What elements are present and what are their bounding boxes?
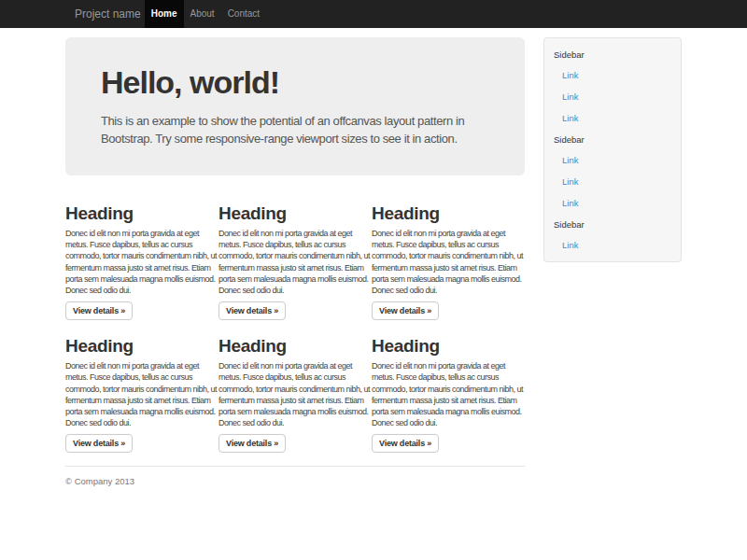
sidebar-link[interactable]: Link (554, 107, 673, 129)
footer: © Company 2013 (65, 476, 525, 486)
card-heading: Heading (372, 336, 525, 356)
page-container: Hello, world! This is an example to show… (65, 28, 682, 486)
sidebar: SidebarLinkLinkLinkSidebarLinkLinkLinkSi… (543, 37, 682, 262)
card-body-text: Donec id elit non mi porta gravida at eg… (65, 360, 218, 428)
jumbotron: Hello, world! This is an example to show… (65, 37, 525, 175)
main-row: Hello, world! This is an example to show… (65, 28, 682, 486)
navbar-brand[interactable]: Project name (65, 0, 145, 28)
content-card: HeadingDonec id elit non mi porta gravid… (218, 336, 372, 453)
sidebar-link[interactable]: Link (554, 149, 673, 171)
view-details-button[interactable]: View details » (65, 301, 133, 320)
card-body-text: Donec id elit non mi porta gravida at eg… (372, 360, 525, 428)
sidebar-heading: Sidebar (554, 44, 673, 64)
cards-grid: HeadingDonec id elit non mi porta gravid… (65, 203, 525, 453)
content-card: HeadingDonec id elit non mi porta gravid… (372, 336, 525, 453)
navbar-inner: Project name HomeAboutContact (65, 0, 682, 28)
nav-item-wrap: About (184, 0, 221, 28)
nav-item-wrap: Home (145, 0, 184, 28)
sidebar-group: SidebarLinkLinkLink (554, 129, 673, 214)
main-content: Hello, world! This is an example to show… (65, 28, 525, 486)
content-card: HeadingDonec id elit non mi porta gravid… (218, 203, 372, 320)
jumbotron-description: This is an example to show the potential… (101, 112, 489, 147)
nav-item-about[interactable]: About (184, 0, 221, 28)
navbar: Project name HomeAboutContact (0, 0, 747, 28)
content-card: HeadingDonec id elit non mi porta gravid… (65, 203, 218, 320)
card-body-text: Donec id elit non mi porta gravida at eg… (218, 228, 372, 296)
sidebar-heading: Sidebar (554, 214, 673, 234)
sidebar-group: SidebarLinkLink (554, 214, 673, 262)
card-heading: Heading (65, 336, 218, 356)
sidebar-link[interactable]: Link (554, 64, 673, 86)
sidebar-group: SidebarLinkLinkLink (554, 44, 673, 129)
view-details-button[interactable]: View details » (372, 301, 439, 320)
jumbotron-title: Hello, world! (101, 65, 489, 100)
navbar-menu: HomeAboutContact (145, 0, 266, 28)
view-details-button[interactable]: View details » (218, 434, 286, 453)
nav-item-contact[interactable]: Contact (221, 0, 266, 28)
card-heading: Heading (372, 203, 525, 223)
content-card: HeadingDonec id elit non mi porta gravid… (372, 203, 525, 320)
card-body-text: Donec id elit non mi porta gravida at eg… (218, 360, 372, 428)
sidebar-link[interactable]: Link (554, 256, 673, 262)
sidebar-link[interactable]: Link (554, 86, 673, 107)
card-heading: Heading (218, 336, 372, 356)
sidebar-link[interactable]: Link (554, 171, 673, 192)
card-body-text: Donec id elit non mi porta gravida at eg… (372, 228, 525, 296)
sidebar-link[interactable]: Link (554, 192, 673, 214)
nav-item-home[interactable]: Home (145, 0, 184, 28)
sidebar-link[interactable]: Link (554, 234, 673, 256)
card-body-text: Donec id elit non mi porta gravida at eg… (65, 228, 218, 296)
sidebar-heading: Sidebar (554, 129, 673, 149)
view-details-button[interactable]: View details » (372, 434, 439, 453)
view-details-button[interactable]: View details » (218, 301, 286, 320)
nav-item-wrap: Contact (221, 0, 266, 28)
copyright: © Company 2013 (65, 476, 525, 486)
view-details-button[interactable]: View details » (65, 434, 133, 453)
card-heading: Heading (218, 203, 372, 223)
content-card: HeadingDonec id elit non mi porta gravid… (65, 336, 218, 453)
card-heading: Heading (65, 203, 218, 223)
footer-divider (65, 466, 525, 467)
